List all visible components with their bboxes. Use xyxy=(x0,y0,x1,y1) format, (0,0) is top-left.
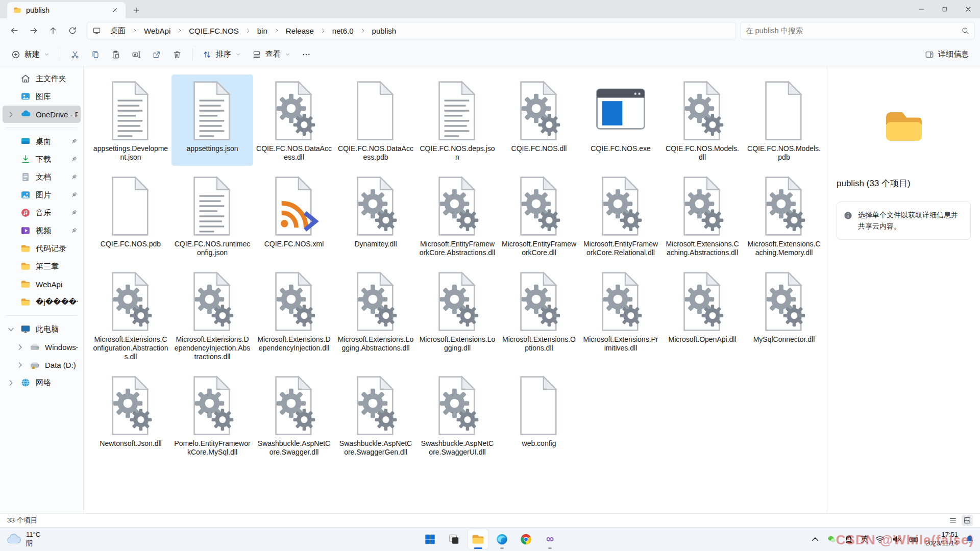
chevron-right-icon[interactable] xyxy=(7,379,15,387)
back-button[interactable] xyxy=(5,21,23,40)
breadcrumb-item[interactable]: publish xyxy=(368,24,401,37)
delete-button[interactable] xyxy=(167,45,187,63)
breadcrumb-item[interactable]: net6.0 xyxy=(328,24,358,37)
file-tile[interactable]: Microsoft.EntityFrameworkCore.Relational… xyxy=(580,170,662,261)
file-tile[interactable]: CQIE.FC.NOS.dll xyxy=(498,74,580,166)
tab-close-icon[interactable] xyxy=(109,5,120,16)
taskbar-clock[interactable]: 17:51 2023/11/14 xyxy=(925,531,958,548)
chevron-down-icon[interactable] xyxy=(7,325,15,334)
sidebar-item-gallery[interactable]: 图库 xyxy=(3,88,81,105)
taskbar-visual-studio[interactable]: ∞ xyxy=(540,529,560,549)
list-view-button[interactable] xyxy=(947,515,959,526)
file-tile[interactable]: Swashbuckle.AspNetCore.SwaggerGen.dll xyxy=(335,369,416,461)
breadcrumb-item[interactable]: WebApi xyxy=(140,24,175,37)
rename-button[interactable] xyxy=(127,45,146,63)
sidebar-item-desktop[interactable]: 桌面 xyxy=(3,133,81,150)
file-tile[interactable]: Microsoft.OpenApi.dll xyxy=(662,265,743,365)
file-tile[interactable]: Swashbuckle.AspNetCore.SwaggerUI.dll xyxy=(416,369,498,461)
taskbar-task-view[interactable] xyxy=(444,529,464,549)
sidebar-item-folder[interactable]: 代码记录 xyxy=(3,240,81,257)
tray-ime[interactable]: 英 xyxy=(861,535,868,544)
sidebar-item-pictures[interactable]: 图片 xyxy=(3,186,81,204)
new-button[interactable]: 新建 xyxy=(6,45,55,63)
sidebar-item-folder[interactable]: WebApi xyxy=(3,276,81,293)
copy-button[interactable] xyxy=(86,45,105,63)
file-tile[interactable]: Microsoft.Extensions.Options.dll xyxy=(498,265,580,365)
file-tile[interactable]: CQIE.FC.NOS.DataAccess.dll xyxy=(253,74,335,166)
file-tile[interactable]: CQIE.FC.NOS.deps.json xyxy=(416,74,498,166)
refresh-button[interactable] xyxy=(63,21,82,40)
search-input[interactable] xyxy=(746,27,957,35)
keyboard-icon[interactable] xyxy=(909,534,919,544)
file-tile[interactable]: CQIE.FC.NOS.pdb xyxy=(90,170,172,261)
wifi-icon[interactable] xyxy=(875,534,885,544)
weather-widget[interactable]: 11°C 阴 xyxy=(6,528,40,551)
file-tile[interactable]: appsettings.Development.json xyxy=(90,74,172,166)
sidebar-item-drive-warning[interactable]: Data (D:) xyxy=(3,356,81,373)
file-tile[interactable]: Dynamitey.dll xyxy=(335,170,416,261)
new-tab-button[interactable] xyxy=(129,3,144,18)
file-tile[interactable]: web.config xyxy=(498,369,580,461)
breadcrumb-item[interactable]: 桌面 xyxy=(106,24,130,38)
minimize-button[interactable] xyxy=(910,0,933,18)
sidebar-item-onedrive[interactable]: OneDrive - Personal xyxy=(3,106,81,123)
file-tile[interactable]: Microsoft.EntityFrameworkCore.Abstractio… xyxy=(416,170,498,261)
file-tile[interactable]: Microsoft.Extensions.Primitives.dll xyxy=(580,265,662,365)
search-box[interactable] xyxy=(740,22,975,39)
sidebar-item-drive[interactable]: Windows-SSD (C:) xyxy=(3,338,81,356)
chevron-right-icon[interactable] xyxy=(16,361,24,369)
notification-bell-icon[interactable] xyxy=(965,534,975,544)
up-button[interactable] xyxy=(44,21,62,40)
breadcrumb-item[interactable]: bin xyxy=(253,24,272,37)
file-tile[interactable]: CQIE.FC.NOS.xml xyxy=(253,170,335,261)
file-tile[interactable]: Swashbuckle.AspNetCore.Swagger.dll xyxy=(253,369,335,461)
sidebar-item-folder[interactable]: �j��������� xyxy=(3,293,81,311)
forward-button[interactable] xyxy=(24,21,43,40)
share-button[interactable] xyxy=(147,45,166,63)
file-tile[interactable]: Pomelo.EntityFrameworkCore.MySql.dll xyxy=(172,369,253,461)
file-tile[interactable]: CQIE.FC.NOS.runtimeconfig.json xyxy=(172,170,253,261)
taskbar-start[interactable] xyxy=(420,529,440,549)
more-button[interactable] xyxy=(297,45,316,63)
maximize-button[interactable] xyxy=(933,0,957,18)
file-tile[interactable]: CQIE.FC.NOS.exe xyxy=(580,74,662,166)
details-pane-button[interactable]: 详细信息 xyxy=(920,45,974,63)
taskbar-file-explorer[interactable] xyxy=(468,529,488,549)
volume-mute-icon[interactable] xyxy=(892,534,902,544)
chevron-right-icon[interactable] xyxy=(7,110,15,119)
file-tile[interactable]: Microsoft.Extensions.Caching.Abstraction… xyxy=(662,170,743,261)
sidebar-item-video[interactable]: 视频 xyxy=(3,222,81,239)
paste-button[interactable] xyxy=(106,45,126,63)
breadcrumb-item[interactable]: Release xyxy=(282,24,318,37)
file-tile[interactable]: appsettings.json xyxy=(172,74,253,166)
chevron-right-icon[interactable] xyxy=(16,343,24,352)
view-button[interactable]: 查看 xyxy=(247,45,296,63)
file-tile[interactable]: Microsoft.Extensions.Logging.dll xyxy=(416,265,498,365)
file-tile[interactable]: CQIE.FC.NOS.Models.dll xyxy=(662,74,743,166)
taskbar-chrome[interactable] xyxy=(516,529,536,549)
file-tile[interactable]: Newtonsoft.Json.dll xyxy=(90,369,172,461)
file-tile[interactable]: MySqlConnector.dll xyxy=(743,265,825,365)
taskbar-edge[interactable] xyxy=(492,529,512,549)
file-tile[interactable]: Microsoft.EntityFrameworkCore.dll xyxy=(498,170,580,261)
sidebar-item-this-pc[interactable]: 此电脑 xyxy=(3,320,81,338)
breadcrumb-item[interactable]: CQIE.FC.NOS xyxy=(185,24,243,37)
file-tile[interactable]: Microsoft.Extensions.Configuration.Abstr… xyxy=(90,265,172,365)
file-tile[interactable]: CQIE.FC.NOS.Models.pdb xyxy=(743,74,825,166)
cut-button[interactable] xyxy=(65,45,85,63)
address-bar[interactable]: 桌面WebApiCQIE.FC.NOSbinReleasenet6.0publi… xyxy=(87,22,736,39)
tab-publish[interactable]: publish xyxy=(7,2,126,18)
chevron-up-icon[interactable] xyxy=(810,534,820,544)
grid-view-button[interactable] xyxy=(962,515,973,526)
sidebar-item-home[interactable]: 主文件夹 xyxy=(3,70,81,87)
file-tile[interactable]: CQIE.FC.NOS.DataAccess.pdb xyxy=(335,74,416,166)
close-button[interactable] xyxy=(957,0,980,18)
qq-icon[interactable] xyxy=(844,534,854,544)
sidebar-item-network[interactable]: 网络 xyxy=(3,374,81,391)
wechat-icon[interactable] xyxy=(827,534,837,544)
sidebar-item-folder[interactable]: 第三章 xyxy=(3,258,81,275)
file-tile[interactable]: Microsoft.Extensions.Logging.Abstraction… xyxy=(335,265,416,365)
sidebar-item-music[interactable]: 音乐 xyxy=(3,204,81,221)
file-tile[interactable]: Microsoft.Extensions.Caching.Memory.dll xyxy=(743,170,825,261)
sidebar-item-download[interactable]: 下载 xyxy=(3,151,81,168)
